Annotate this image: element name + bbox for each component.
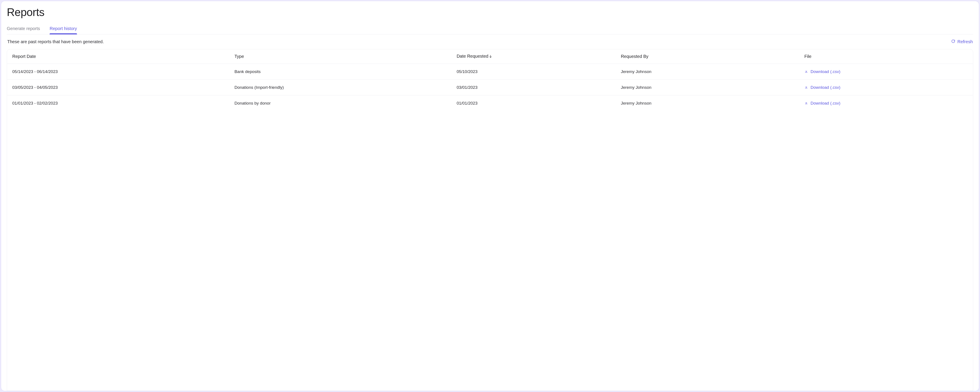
cell-report-date: 05/14/2023 - 06/14/2023 (7, 64, 229, 79)
col-header-type[interactable]: Type (229, 49, 452, 64)
table-row: 01/01/2023 - 02/02/2023 Donations by don… (7, 95, 973, 111)
cell-type: Donations by donor (229, 95, 452, 111)
download-icon (804, 85, 808, 90)
cell-date-requested: 03/01/2023 (451, 79, 616, 95)
download-button[interactable]: Download (.csv) (804, 69, 840, 74)
download-button[interactable]: Download (.csv) (804, 85, 840, 90)
cell-type: Donations (Import-friendly) (229, 79, 452, 95)
subheader-text: These are past reports that have been ge… (7, 39, 104, 44)
subheader: These are past reports that have been ge… (7, 35, 973, 49)
cell-type: Bank deposits (229, 64, 452, 79)
cell-file: Download (.csv) (799, 79, 973, 95)
tab-generate-reports[interactable]: Generate reports (7, 25, 40, 34)
cell-file: Download (.csv) (799, 64, 973, 79)
refresh-icon (951, 39, 955, 44)
report-table-card: Report Date Type Date Requested (7, 49, 973, 391)
cell-requested-by: Jeremy Johnson (616, 64, 799, 79)
cell-date-requested: 05/10/2023 (451, 64, 616, 79)
tab-label: Generate reports (7, 26, 40, 31)
col-header-requested-by[interactable]: Requested By (616, 49, 799, 64)
table-row: 03/05/2023 - 04/05/2023 Donations (Impor… (7, 79, 973, 95)
cell-report-date: 01/01/2023 - 02/02/2023 (7, 95, 229, 111)
cell-date-requested: 01/01/2023 (451, 95, 616, 111)
download-label: Download (.csv) (810, 101, 840, 106)
reports-window: Reports Generate reports Report history … (1, 1, 979, 391)
col-header-date-requested[interactable]: Date Requested (451, 49, 616, 64)
cell-file: Download (.csv) (799, 95, 973, 111)
cell-requested-by: Jeremy Johnson (616, 79, 799, 95)
table-row: 05/14/2023 - 06/14/2023 Bank deposits 05… (7, 64, 973, 79)
refresh-button[interactable]: Refresh (951, 39, 973, 44)
cell-report-date: 03/05/2023 - 04/05/2023 (7, 79, 229, 95)
download-button[interactable]: Download (.csv) (804, 101, 840, 106)
download-icon (804, 101, 808, 106)
download-icon (804, 69, 808, 74)
tabs: Generate reports Report history (7, 25, 973, 35)
table-header-row: Report Date Type Date Requested (7, 49, 973, 64)
col-header-file[interactable]: File (799, 49, 973, 64)
page-title: Reports (7, 6, 973, 19)
refresh-label: Refresh (958, 39, 973, 44)
download-label: Download (.csv) (810, 69, 840, 74)
tab-report-history[interactable]: Report history (49, 25, 77, 34)
cell-requested-by: Jeremy Johnson (616, 95, 799, 111)
col-header-report-date[interactable]: Report Date (7, 49, 229, 64)
report-table: Report Date Type Date Requested (7, 49, 973, 111)
download-label: Download (.csv) (810, 85, 840, 90)
tab-label: Report history (49, 26, 77, 31)
sort-desc-icon (489, 54, 492, 59)
